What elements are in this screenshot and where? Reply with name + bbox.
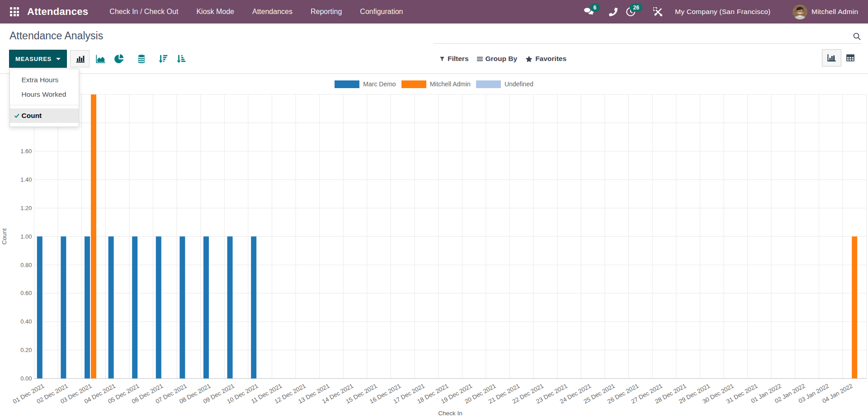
- y-axis-tick-label: 0.40: [20, 318, 32, 325]
- company-switcher[interactable]: My Company (San Francisco): [675, 0, 771, 23]
- x-axis-title: Check In: [438, 410, 462, 417]
- measure-option-hours-worked[interactable]: Hours Worked: [10, 87, 79, 102]
- bar-marc-demo-02-Dec-2021[interactable]: [61, 236, 66, 378]
- bar-chart-icon: [75, 54, 85, 63]
- group-by-button[interactable]: Group By: [477, 55, 518, 63]
- sort-amount-asc-icon: [176, 54, 186, 64]
- group-by-bars-icon: [477, 56, 483, 62]
- activities-button[interactable]: 26: [626, 0, 636, 23]
- view-switcher: [822, 49, 857, 66]
- app-brand[interactable]: Attendances: [27, 6, 88, 18]
- stacked-database-icon: [137, 54, 146, 64]
- user-avatar: [793, 5, 807, 19]
- measures-dropdown: Extra HoursHours WorkedCount: [9, 69, 79, 127]
- y-axis-title: Count: [1, 228, 8, 244]
- measures-button[interactable]: MEASURES: [9, 50, 67, 68]
- legend-swatch: [476, 80, 501, 88]
- caret-down-icon: [56, 58, 61, 60]
- bar-mitchell-admin-04-Jan-2022[interactable]: [852, 236, 857, 378]
- legend-swatch: [401, 80, 426, 88]
- bar-chart-canvas[interactable]: 0.000.200.400.600.801.001.201.401.601.80…: [0, 74, 868, 418]
- navbar-menu: Check In / Check Out Kiosk Mode Attendan…: [100, 0, 412, 23]
- favorites-star-icon: [525, 56, 533, 62]
- y-axis-tick-label: 1.60: [20, 148, 32, 155]
- line-chart-mode-button[interactable]: [90, 50, 110, 67]
- voip-button[interactable]: [609, 0, 618, 23]
- tools-wrench-icon: [653, 7, 663, 17]
- filters-button[interactable]: Filters: [439, 55, 469, 63]
- user-menu[interactable]: Mitchell Admin: [793, 0, 858, 23]
- stacked-mode-button[interactable]: [132, 50, 151, 67]
- bar-chart-mode-button[interactable]: [70, 50, 90, 67]
- phone-icon: [609, 8, 618, 16]
- legend-swatch: [335, 80, 359, 88]
- apps-grid-icon: [10, 7, 19, 16]
- favorites-button[interactable]: Favorites: [525, 55, 566, 63]
- bar-marc-demo-06-Dec-2021[interactable]: [156, 236, 161, 378]
- check-icon: [14, 113, 20, 119]
- legend-item-mitchell-admin[interactable]: Mitchell Admin: [401, 80, 471, 88]
- bar-mitchell-admin-03-Dec-2021[interactable]: [91, 94, 96, 379]
- debug-tools-button[interactable]: [653, 0, 663, 23]
- bar-marc-demo-07-Dec-2021[interactable]: [179, 236, 185, 378]
- bar-marc-demo-09-Dec-2021[interactable]: [227, 236, 233, 378]
- bar-marc-demo-03-Dec-2021[interactable]: [85, 236, 90, 378]
- legend-label: Marc Demo: [363, 80, 396, 88]
- measure-option-count[interactable]: Count: [10, 108, 79, 123]
- pivot-view-button[interactable]: [844, 49, 857, 66]
- navbar-left: Attendances Check In / Check Out Kiosk M…: [0, 0, 412, 23]
- navbar-systray: 6 26 M: [579, 0, 868, 23]
- dropdown-divider: [10, 105, 79, 105]
- search-facets: Filters Group By Favorites: [439, 50, 566, 68]
- attendance-graph: 0.000.200.400.600.801.001.201.401.601.80…: [0, 74, 868, 418]
- y-axis-tick-label: 1.40: [20, 176, 32, 183]
- legend-label: Undefined: [505, 80, 533, 88]
- y-axis-tick-label: 1.00: [20, 233, 32, 240]
- pie-chart-icon: [114, 54, 124, 64]
- graph-toolbar: MEASURES: [9, 50, 191, 68]
- search-input[interactable]: [434, 26, 862, 44]
- y-axis-tick-label: 0.80: [20, 262, 32, 268]
- y-axis-tick-label: 0.60: [20, 290, 32, 296]
- area-chart-icon: [95, 54, 105, 64]
- pivot-view-icon: [846, 54, 854, 61]
- chart-legend: Marc DemoMitchell AdminUndefined: [0, 80, 868, 88]
- bar-marc-demo-04-Dec-2021[interactable]: [108, 236, 114, 378]
- menu-configuration[interactable]: Configuration: [351, 0, 412, 23]
- search-icon[interactable]: [853, 33, 861, 40]
- messages-button[interactable]: 6: [583, 0, 594, 23]
- legend-item-marc-demo[interactable]: Marc Demo: [335, 80, 396, 88]
- user-name: Mitchell Admin: [811, 8, 858, 16]
- measure-option-extra-hours[interactable]: Extra Hours: [10, 73, 79, 87]
- sort-ascending-button[interactable]: [171, 50, 191, 67]
- bar-marc-demo-10-Dec-2021[interactable]: [251, 236, 256, 378]
- menu-kiosk-mode[interactable]: Kiosk Mode: [187, 0, 243, 23]
- legend-label: Mitchell Admin: [430, 80, 471, 88]
- bar-marc-demo-08-Dec-2021[interactable]: [203, 236, 209, 378]
- activities-count-badge: 26: [630, 3, 642, 12]
- control-panel: Attendance Analysis MEASURES: [0, 23, 868, 74]
- bar-marc-demo-05-Dec-2021[interactable]: [132, 236, 137, 378]
- y-axis-tick-label: 0.20: [20, 347, 32, 353]
- menu-reporting[interactable]: Reporting: [302, 0, 351, 23]
- bar-marc-demo-01-Dec-2021[interactable]: [37, 236, 42, 378]
- sort-amount-desc-icon: [158, 54, 168, 64]
- legend-item-undefined[interactable]: Undefined: [476, 80, 533, 88]
- messages-count-badge: 6: [590, 3, 600, 12]
- page-title: Attendance Analysis: [9, 30, 103, 42]
- pie-chart-mode-button[interactable]: [109, 50, 128, 67]
- menu-check-in-check-out[interactable]: Check In / Check Out: [100, 0, 187, 23]
- y-axis-tick-label: 0.00: [20, 375, 32, 382]
- filter-funnel-icon: [439, 56, 445, 62]
- search-bar: [434, 23, 862, 44]
- menu-attendances[interactable]: Attendances: [243, 0, 302, 23]
- apps-menu-button[interactable]: [0, 0, 29, 23]
- y-axis-tick-label: 1.20: [20, 205, 32, 211]
- graph-view-icon: [827, 54, 836, 62]
- graph-view-button[interactable]: [822, 49, 841, 66]
- top-navbar: Attendances Check In / Check Out Kiosk M…: [0, 0, 868, 23]
- sort-descending-button[interactable]: [153, 50, 173, 67]
